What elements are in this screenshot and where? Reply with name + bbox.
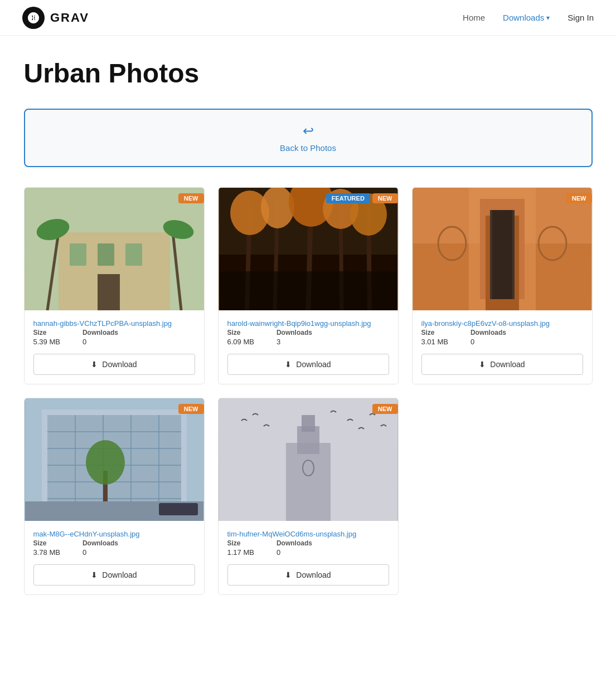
download-label-2: Download (296, 360, 331, 369)
photo-image-3: NEW (413, 188, 592, 310)
meta-size-4: Size 3.78 MB (33, 539, 60, 557)
svg-rect-4 (98, 243, 114, 266)
meta-downloads-3: Downloads 0 (471, 329, 506, 346)
photo-image-2: FEATURED NEW (219, 188, 398, 310)
photo-filename-1[interactable]: hannah-gibbs-VChzTLPcPBA-unsplash.jpg (33, 319, 172, 328)
download-label-3: Download (490, 360, 525, 369)
meta-size-5: Size 1.17 MB (227, 539, 254, 557)
size-label-1: Size (33, 329, 60, 336)
back-icon: ↩ (303, 123, 314, 139)
photo-thumbnail-4 (25, 398, 204, 521)
meta-size-3: Size 3.01 MB (421, 329, 448, 346)
photo-card-2: FEATURED NEW harold-wainwright-Bqip9io1w… (218, 187, 399, 384)
nav-links: Home Downloads ▾ Sign In (463, 13, 594, 22)
download-button-5[interactable]: ⬇ Download (227, 564, 389, 586)
meta-size-2: Size 6.09 MB (227, 329, 254, 346)
badge-new-5: NEW (372, 404, 398, 414)
downloads-value-4: 0 (83, 548, 118, 557)
download-icon-5: ⬇ (285, 570, 292, 579)
svg-point-48 (86, 440, 125, 485)
photo-card-3: NEW ilya-bronskiy-c8pE6vzV-o8-unsplash.j… (412, 187, 593, 384)
downloads-label-3: Downloads (471, 329, 506, 336)
download-icon-3: ⬇ (479, 360, 486, 369)
download-icon-1: ⬇ (91, 360, 98, 369)
back-to-photos-box[interactable]: ↩ Back to Photos (24, 109, 593, 167)
downloads-label-2: Downloads (277, 329, 312, 336)
size-label-5: Size (227, 539, 254, 547)
meta-downloads-5: Downloads 0 (277, 539, 312, 557)
badge-wrap-2: FEATURED NEW (326, 193, 398, 203)
size-value-2: 6.09 MB (227, 338, 254, 346)
photo-image-5: NEW (219, 398, 398, 521)
photo-card-5: NEW tim-hufner-MqWeiOCd6ms-unsplash.jpg … (218, 398, 399, 595)
downloads-value-1: 0 (83, 338, 118, 346)
badge-new-3: NEW (566, 193, 592, 203)
downloads-label-5: Downloads (277, 539, 312, 547)
meta-downloads-2: Downloads 3 (277, 329, 312, 346)
photo-filename-4[interactable]: mak-M8G--eCHdnY-unsplash.jpg (33, 530, 140, 538)
photo-card-1: NEW hannah-gibbs-VChzTLPcPBA-unsplash.jp… (24, 187, 205, 384)
downloads-value-5: 0 (277, 548, 312, 557)
downloads-label-4: Downloads (83, 539, 118, 547)
photo-image-1: NEW (25, 188, 204, 310)
card-meta-5: Size 1.17 MB Downloads 0 (227, 539, 389, 557)
back-to-photos-link[interactable]: Back to Photos (280, 143, 336, 153)
logo-icon (22, 7, 45, 29)
size-value-1: 5.39 MB (33, 338, 60, 346)
meta-size-1: Size 5.39 MB (33, 329, 60, 346)
photo-filename-5[interactable]: tim-hufner-MqWeiOCd6ms-unsplash.jpg (227, 530, 357, 538)
badge-wrap-1: NEW (178, 193, 204, 203)
download-label-1: Download (102, 360, 137, 369)
photo-filename-2[interactable]: harold-wainwright-Bqip9io1wgg-unsplash.j… (227, 319, 371, 328)
card-body-2: harold-wainwright-Bqip9io1wgg-unsplash.j… (219, 310, 398, 384)
downloads-label-1: Downloads (83, 329, 118, 336)
size-value-4: 3.78 MB (33, 548, 60, 557)
photo-grid-row2: NEW mak-M8G--eCHdnY-unsplash.jpg Size 3.… (24, 398, 593, 595)
download-button-1[interactable]: ⬇ Download (33, 354, 195, 375)
download-icon-4: ⬇ (91, 570, 98, 579)
logo-link[interactable]: GRAV (22, 7, 89, 29)
chevron-down-icon: ▾ (546, 14, 550, 22)
card-body-1: hannah-gibbs-VChzTLPcPBA-unsplash.jpg Si… (25, 310, 204, 384)
download-button-4[interactable]: ⬇ Download (33, 564, 195, 586)
card-meta-2: Size 6.09 MB Downloads 3 (227, 329, 389, 346)
photo-thumbnail-3 (413, 188, 592, 310)
svg-rect-34 (413, 188, 591, 310)
svg-rect-6 (98, 274, 120, 310)
badge-featured-2: FEATURED (326, 193, 370, 203)
photo-thumbnail-2 (219, 188, 398, 310)
size-label-3: Size (421, 329, 448, 336)
card-body-3: ilya-bronskiy-c8pE6vzV-o8-unsplash.jpg S… (413, 310, 592, 384)
svg-rect-55 (302, 415, 315, 432)
card-body-4: mak-M8G--eCHdnY-unsplash.jpg Size 3.78 M… (25, 521, 204, 594)
size-label-2: Size (227, 329, 254, 336)
downloads-value-2: 3 (277, 338, 312, 346)
photo-grid-row1: NEW hannah-gibbs-VChzTLPcPBA-unsplash.jp… (24, 187, 593, 384)
card-meta-3: Size 3.01 MB Downloads 0 (421, 329, 583, 346)
badge-new-1: NEW (178, 193, 204, 203)
card-body-5: tim-hufner-MqWeiOCd6ms-unsplash.jpg Size… (219, 521, 398, 594)
badge-wrap-4: NEW (178, 404, 204, 414)
download-icon-2: ⬇ (285, 360, 292, 369)
download-button-2[interactable]: ⬇ Download (227, 354, 389, 375)
download-label-4: Download (102, 570, 137, 579)
photo-thumbnail-1 (25, 188, 204, 310)
photo-image-4: NEW (25, 398, 204, 521)
svg-rect-5 (125, 243, 142, 266)
photo-thumbnail-5 (219, 398, 398, 521)
size-value-5: 1.17 MB (227, 548, 254, 557)
card-meta-1: Size 5.39 MB Downloads 0 (33, 329, 195, 346)
svg-rect-3 (70, 243, 86, 266)
nav-downloads[interactable]: Downloads ▾ (503, 13, 550, 22)
main-content: Urban Photos ↩ Back to Photos (13, 36, 604, 617)
nav-signin[interactable]: Sign In (568, 13, 594, 22)
size-value-3: 3.01 MB (421, 338, 448, 346)
nav-home[interactable]: Home (463, 13, 485, 22)
photo-card-4: NEW mak-M8G--eCHdnY-unsplash.jpg Size 3.… (24, 398, 205, 595)
download-label-5: Download (296, 570, 331, 579)
photo-filename-3[interactable]: ilya-bronskiy-c8pE6vzV-o8-unsplash.jpg (421, 319, 550, 328)
meta-downloads-1: Downloads 0 (83, 329, 118, 346)
download-button-3[interactable]: ⬇ Download (421, 354, 583, 375)
badge-wrap-3: NEW (566, 193, 592, 203)
logo-text: GRAV (50, 11, 89, 25)
